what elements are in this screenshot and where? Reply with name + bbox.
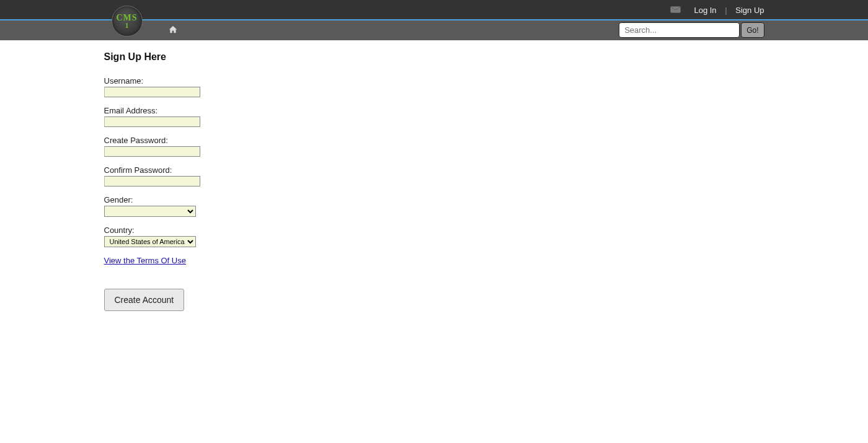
envelope-icon[interactable] bbox=[670, 1, 681, 20]
gender-select[interactable] bbox=[104, 206, 196, 217]
search-input[interactable] bbox=[619, 22, 740, 38]
country-select[interactable]: United States of America bbox=[104, 236, 196, 247]
password-label: Create Password: bbox=[104, 136, 764, 145]
username-input[interactable] bbox=[104, 87, 200, 97]
nav-bar: CMS 1 Go! bbox=[0, 20, 868, 40]
password-input[interactable] bbox=[104, 146, 200, 157]
main-content: Sign Up Here Username: Email Address: Cr… bbox=[104, 40, 764, 311]
terms-of-use-link[interactable]: View the Terms Of Use bbox=[104, 256, 186, 265]
login-link[interactable]: Log In bbox=[694, 6, 716, 15]
country-label: Country: bbox=[104, 226, 764, 235]
separator: | bbox=[725, 6, 727, 15]
home-icon[interactable] bbox=[169, 25, 177, 35]
confirm-password-input[interactable] bbox=[104, 176, 200, 186]
search-go-button[interactable]: Go! bbox=[741, 22, 764, 38]
gender-label: Gender: bbox=[104, 195, 764, 204]
page-title: Sign Up Here bbox=[104, 51, 764, 63]
email-label: Email Address: bbox=[104, 106, 764, 115]
logo[interactable]: CMS 1 bbox=[112, 6, 143, 37]
create-account-button[interactable]: Create Account bbox=[104, 289, 185, 311]
username-label: Username: bbox=[104, 76, 764, 86]
logo-text-bottom: 1 bbox=[112, 22, 142, 30]
signup-link[interactable]: Sign Up bbox=[735, 6, 764, 15]
email-input[interactable] bbox=[104, 116, 200, 127]
confirm-password-label: Confirm Password: bbox=[104, 165, 764, 175]
